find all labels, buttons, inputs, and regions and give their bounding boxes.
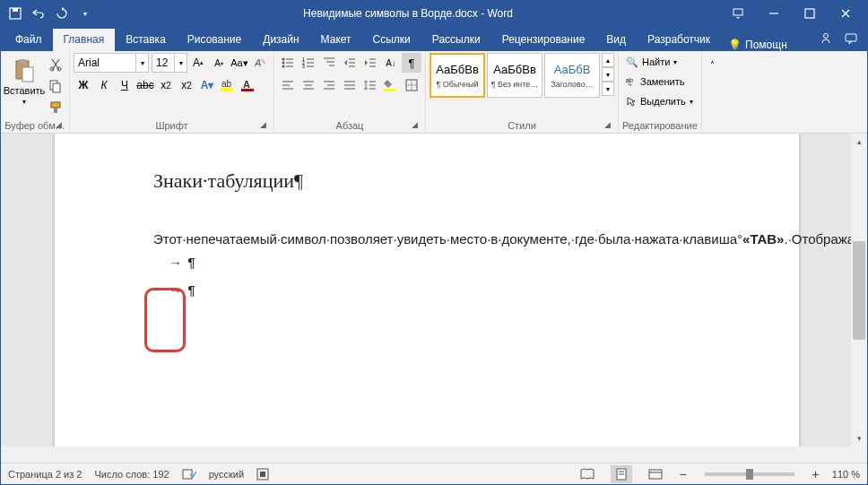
tab-draw[interactable]: Рисование [177,29,252,51]
cut-icon[interactable] [46,55,65,74]
word-count[interactable]: Число слов: 192 [94,469,169,480]
font-color-icon[interactable]: A [239,75,258,95]
web-layout-icon[interactable] [645,465,666,483]
change-case-icon[interactable]: Aa▾ [230,53,249,73]
tab-insert[interactable]: Вставка [115,29,177,51]
page[interactable]: Знаки·табуляции¶ Этот·непечатаемый·симво… [55,134,799,463]
bold-button[interactable]: Ж [74,75,93,95]
decrease-indent-icon[interactable] [340,53,360,73]
zoom-in-button[interactable]: + [812,467,820,481]
maximize-icon[interactable] [792,1,828,26]
tab-file[interactable]: Файл [4,29,53,51]
numbering-icon[interactable]: 123 [299,53,318,73]
align-left-icon[interactable] [278,75,298,95]
multilevel-list-icon[interactable] [319,53,339,73]
vertical-scrollbar[interactable]: ▴ ▾ [851,134,867,463]
tab-mailings[interactable]: Рассылки [421,29,491,51]
svg-rect-64 [260,472,265,477]
dialog-launcher-icon[interactable]: ◢ [409,120,420,131]
zoom-out-button[interactable]: − [679,467,686,481]
comments-icon[interactable] [838,26,864,51]
minimize-icon[interactable] [756,1,792,26]
scroll-down-icon[interactable]: ▾ [851,430,867,446]
style-heading1[interactable]: АаБбВ Заголово… [544,53,600,98]
align-center-icon[interactable] [299,75,318,95]
tab-home[interactable]: Главная [53,29,116,51]
collapse-ribbon-icon[interactable]: ˄ [703,55,723,74]
gallery-down-icon[interactable]: ▾ [602,67,614,82]
underline-button[interactable]: Ч [115,75,135,95]
select-button[interactable]: Выделить▾ [622,92,697,110]
scroll-up-icon[interactable]: ▴ [851,134,867,150]
page-indicator[interactable]: Страница 2 из 2 [8,469,82,480]
font-size-input[interactable] [152,53,175,73]
zoom-slider-thumb[interactable] [746,469,753,480]
format-painter-icon[interactable] [46,98,65,117]
svg-rect-6 [846,34,856,41]
titlebar: ▾ Невидимые символы в Ворде.docx - Word [1,1,867,26]
shading-icon[interactable] [381,75,401,95]
svg-point-23 [282,62,285,65]
show-marks-icon[interactable]: ¶ [402,53,421,73]
ribbon-options-icon[interactable] [720,1,756,26]
share-icon[interactable] [813,26,838,51]
sort-icon[interactable]: A↓ [381,53,401,73]
line-spacing-icon[interactable] [360,75,380,95]
find-button[interactable]: 🔍Найти▾ [622,53,681,71]
paste-button[interactable]: Вставить ▾ [4,53,44,110]
dialog-launcher-icon[interactable]: ◢ [602,120,612,131]
language-indicator[interactable]: русский [209,469,244,480]
save-icon[interactable] [4,3,26,24]
grow-font-icon[interactable]: A▴ [188,53,208,73]
align-right-icon[interactable] [319,75,339,95]
qat-dropdown-icon[interactable]: ▾ [74,3,96,24]
font-name-input[interactable] [74,53,136,73]
quick-access-toolbar: ▾ [4,3,96,24]
borders-icon[interactable] [402,75,421,95]
style-normal[interactable]: АаБбВв ¶ Обычный [430,53,485,98]
increase-indent-icon[interactable] [360,53,380,73]
zoom-slider[interactable] [705,472,794,476]
chevron-down-icon[interactable]: ▾ [175,53,187,73]
horizontal-scrollbar[interactable] [1,446,851,463]
superscript-icon[interactable]: x2 [177,75,196,95]
macro-icon[interactable] [256,468,269,481]
read-mode-icon[interactable] [577,465,598,483]
tell-me[interactable]: 💡Помощн [721,39,794,51]
copy-icon[interactable] [46,76,65,96]
tab-developer[interactable]: Разработчик [637,29,721,51]
justify-icon[interactable] [340,75,360,95]
bullets-icon[interactable] [278,53,298,73]
subscript-icon[interactable]: x2 [156,75,176,95]
highlight-icon[interactable]: ab [218,75,238,95]
dialog-launcher-icon[interactable]: ◢ [257,120,268,131]
redo-icon[interactable] [51,3,73,24]
chevron-down-icon[interactable]: ▾ [136,53,149,73]
strikethrough-icon[interactable]: abc [135,75,155,95]
tab-view[interactable]: Вид [595,29,637,51]
shrink-font-icon[interactable]: A▾ [209,53,229,73]
tab-review[interactable]: Рецензирование [491,29,596,51]
close-icon[interactable] [828,1,864,26]
style-no-spacing[interactable]: АаБбВв ¶ Без инте… [487,53,542,98]
scroll-thumb[interactable] [853,241,865,340]
tab-line-2: → ¶ [153,284,700,299]
tab-references[interactable]: Ссылки [362,29,421,51]
tab-layout[interactable]: Макет [310,29,362,51]
text-effects-icon[interactable]: A▾ [197,75,217,95]
svg-point-5 [824,34,829,39]
clear-format-icon[interactable]: A [250,53,270,73]
svg-text:3: 3 [302,64,305,69]
annotation-box [144,288,186,352]
tab-design[interactable]: Дизайн [252,29,309,51]
gallery-up-icon[interactable]: ▴ [602,53,614,67]
zoom-level[interactable]: 110 % [832,469,860,480]
print-layout-icon[interactable] [611,465,632,483]
spellcheck-icon[interactable] [182,468,196,481]
gallery-more-icon[interactable]: ▾ [602,82,614,96]
italic-button[interactable]: К [94,75,114,95]
svg-text:ab: ab [626,77,633,83]
replace-button[interactable]: abЗаменить [622,73,688,91]
undo-icon[interactable] [28,3,49,24]
dialog-launcher-icon[interactable]: ◢ [53,120,64,131]
